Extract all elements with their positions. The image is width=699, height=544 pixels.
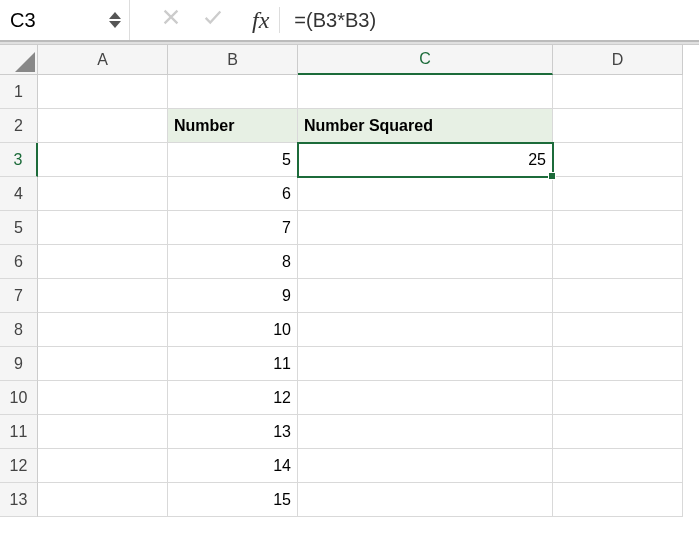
name-box-spinner[interactable] [109,0,121,40]
row-header-2[interactable]: 2 [0,109,38,143]
column-header-B[interactable]: B [168,45,298,75]
fx-label[interactable]: fx [242,7,279,34]
cell-C12[interactable] [298,449,553,483]
row: 1214 [0,449,699,483]
row: 1113 [0,415,699,449]
cell-B6[interactable]: 8 [168,245,298,279]
cell-C9[interactable] [298,347,553,381]
column-header-row: ABCD [0,45,699,75]
row: 2NumberNumber Squared [0,109,699,143]
cell-D8[interactable] [553,313,683,347]
cell-A3[interactable] [38,143,168,177]
cell-A12[interactable] [38,449,168,483]
cell-D9[interactable] [553,347,683,381]
cell-A6[interactable] [38,245,168,279]
cell-D1[interactable] [553,75,683,109]
cell-B7[interactable]: 9 [168,279,298,313]
cell-D13[interactable] [553,483,683,517]
cell-C10[interactable] [298,381,553,415]
cell-A2[interactable] [38,109,168,143]
row: 57 [0,211,699,245]
cell-B5[interactable]: 7 [168,211,298,245]
cell-A5[interactable] [38,211,168,245]
chevron-up-icon[interactable] [109,12,121,19]
row: 1012 [0,381,699,415]
cell-A10[interactable] [38,381,168,415]
cell-A4[interactable] [38,177,168,211]
cell-B8[interactable]: 10 [168,313,298,347]
spreadsheet-grid[interactable]: ABCD 12NumberNumber Squared3525465768798… [0,45,699,517]
cell-A8[interactable] [38,313,168,347]
cell-B10[interactable]: 12 [168,381,298,415]
cell-D6[interactable] [553,245,683,279]
cell-C11[interactable] [298,415,553,449]
cell-B11[interactable]: 13 [168,415,298,449]
row: 46 [0,177,699,211]
row: 1 [0,75,699,109]
column-header-D[interactable]: D [553,45,683,75]
cell-B1[interactable] [168,75,298,109]
cell-D11[interactable] [553,415,683,449]
cancel-icon[interactable] [160,6,182,34]
cell-B13[interactable]: 15 [168,483,298,517]
row-header-8[interactable]: 8 [0,313,38,347]
cell-A7[interactable] [38,279,168,313]
row: 79 [0,279,699,313]
formula-text: =(B3*B3) [294,9,376,32]
cell-D3[interactable] [553,143,683,177]
cell-A11[interactable] [38,415,168,449]
cell-C7[interactable] [298,279,553,313]
cell-C4[interactable] [298,177,553,211]
row-header-6[interactable]: 6 [0,245,38,279]
row: 1315 [0,483,699,517]
formula-input[interactable]: =(B3*B3) [280,0,699,40]
formula-bar-actions [130,0,242,40]
row-header-3[interactable]: 3 [0,143,38,177]
cell-C6[interactable] [298,245,553,279]
chevron-down-icon[interactable] [109,21,121,28]
row-header-11[interactable]: 11 [0,415,38,449]
cell-C2[interactable]: Number Squared [298,109,553,143]
cell-C5[interactable] [298,211,553,245]
cell-C1[interactable] [298,75,553,109]
row-header-12[interactable]: 12 [0,449,38,483]
select-all-corner[interactable] [0,45,38,75]
cell-A13[interactable] [38,483,168,517]
row-header-9[interactable]: 9 [0,347,38,381]
enter-icon[interactable] [202,6,224,34]
cell-C13[interactable] [298,483,553,517]
row: 911 [0,347,699,381]
row-header-10[interactable]: 10 [0,381,38,415]
formula-bar: C3 fx =(B3*B3) [0,0,699,42]
row-header-4[interactable]: 4 [0,177,38,211]
row: 68 [0,245,699,279]
cell-D12[interactable] [553,449,683,483]
row-header-13[interactable]: 13 [0,483,38,517]
cell-B9[interactable]: 11 [168,347,298,381]
cell-B12[interactable]: 14 [168,449,298,483]
cell-C3[interactable]: 25 [298,143,553,177]
cell-D7[interactable] [553,279,683,313]
cell-D10[interactable] [553,381,683,415]
cell-B4[interactable]: 6 [168,177,298,211]
cell-B3[interactable]: 5 [168,143,298,177]
row-header-7[interactable]: 7 [0,279,38,313]
cell-D4[interactable] [553,177,683,211]
cell-A9[interactable] [38,347,168,381]
row-header-1[interactable]: 1 [0,75,38,109]
column-header-C[interactable]: C [298,45,553,75]
name-box-value: C3 [10,9,36,32]
row: 3525 [0,143,699,177]
cell-B2[interactable]: Number [168,109,298,143]
cell-A1[interactable] [38,75,168,109]
cell-D2[interactable] [553,109,683,143]
fill-handle[interactable] [548,172,556,180]
name-box[interactable]: C3 [0,0,130,40]
cell-D5[interactable] [553,211,683,245]
cell-C8[interactable] [298,313,553,347]
row: 810 [0,313,699,347]
row-header-5[interactable]: 5 [0,211,38,245]
column-header-A[interactable]: A [38,45,168,75]
